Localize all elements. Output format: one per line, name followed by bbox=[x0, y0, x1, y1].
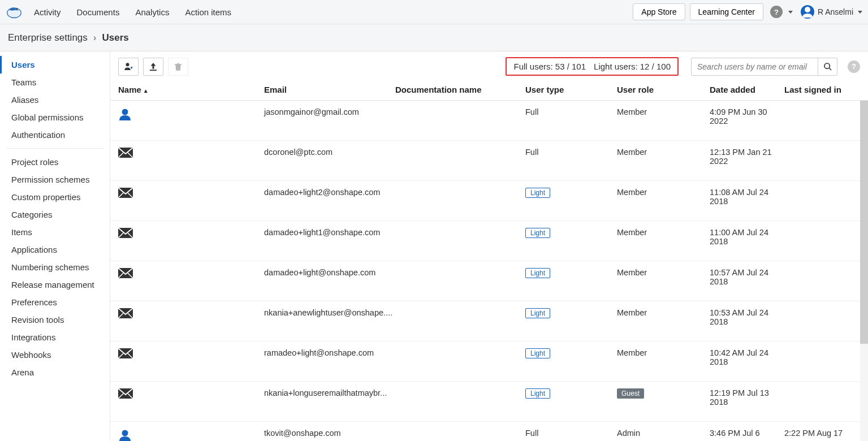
cell-type: Light bbox=[525, 268, 617, 278]
top-actions: App Store Learning Center ? R Anselmi bbox=[633, 3, 862, 20]
avatar-icon bbox=[118, 435, 132, 441]
light-badge: Light bbox=[525, 308, 550, 318]
column-user-role[interactable]: User role bbox=[617, 85, 710, 94]
nav-documents[interactable]: Documents bbox=[77, 7, 120, 17]
app-logo[interactable] bbox=[6, 3, 23, 20]
table-body: jasonmgainor@gmail.comFullMember4:09 PM … bbox=[110, 101, 868, 441]
cell-type: Full bbox=[525, 107, 617, 116]
column-email[interactable]: Email bbox=[264, 85, 395, 94]
cell-added: 11:00 AM Jul 24 2018 bbox=[710, 228, 784, 246]
cell-role: Member bbox=[617, 148, 710, 157]
sidebar-item-arena[interactable]: Arena bbox=[0, 364, 110, 381]
cell-name bbox=[118, 148, 264, 159]
breadcrumb-current: Users bbox=[102, 32, 128, 44]
cell-role: Member bbox=[617, 348, 710, 357]
breadcrumb-parent[interactable]: Enterprise settings bbox=[8, 32, 88, 44]
sidebar-item-revision-tools[interactable]: Revision tools bbox=[0, 311, 110, 328]
sidebar-item-users[interactable]: Users bbox=[0, 56, 110, 74]
column-date-added[interactable]: Date added bbox=[710, 85, 784, 94]
column-name[interactable]: Name▲ bbox=[118, 85, 264, 94]
envelope-icon bbox=[118, 391, 133, 400]
cell-type: Light bbox=[525, 348, 617, 358]
envelope-icon bbox=[118, 271, 133, 280]
help-dropdown-icon[interactable] bbox=[788, 11, 793, 14]
envelope-icon bbox=[118, 231, 133, 240]
nav-analytics[interactable]: Analytics bbox=[135, 7, 169, 17]
scroll-thumb[interactable] bbox=[860, 101, 868, 344]
cell-role: Member bbox=[617, 268, 710, 277]
cell-added: 3:46 PM Jul 6 bbox=[710, 429, 784, 438]
sidebar-item-integrations[interactable]: Integrations bbox=[0, 328, 110, 346]
column-user-type[interactable]: User type bbox=[525, 85, 617, 94]
sidebar-item-items[interactable]: Items bbox=[0, 223, 110, 241]
light-users-count: Light users: 12 / 100 bbox=[594, 62, 671, 71]
table-row[interactable]: damadeo+light1@onshape.comLightMember11:… bbox=[110, 221, 868, 261]
envelope-icon bbox=[118, 191, 133, 200]
search-wrap bbox=[691, 58, 837, 76]
search-input[interactable] bbox=[691, 58, 818, 76]
table-row[interactable]: jasonmgainor@gmail.comFullMember4:09 PM … bbox=[110, 101, 868, 141]
envelope-icon bbox=[118, 150, 133, 159]
cell-email: damadeo+light1@onshape.com bbox=[264, 228, 395, 237]
full-users-count: Full users: 53 / 101 bbox=[513, 62, 586, 71]
table-row[interactable]: damadeo+light@onshape.comLightMember10:5… bbox=[110, 261, 868, 301]
cell-added: 10:53 AM Jul 24 2018 bbox=[710, 308, 784, 326]
table-row[interactable]: nkania+longuseremailthatmaybr...LightGue… bbox=[110, 382, 868, 422]
cell-type: Light bbox=[525, 228, 617, 238]
cell-added: 10:42 AM Jul 24 2018 bbox=[710, 348, 784, 366]
cell-name bbox=[118, 188, 264, 200]
chevron-right-icon: › bbox=[93, 32, 97, 44]
content: Full users: 53 / 101 Light users: 12 / 1… bbox=[110, 51, 868, 441]
light-badge: Light bbox=[525, 268, 550, 278]
toolbar-help-icon[interactable]: ? bbox=[848, 60, 860, 73]
table-row[interactable]: damadeo+light2@onshape.comLightMember11:… bbox=[110, 181, 868, 221]
table-row[interactable]: nkania+anewlightuser@onshape....LightMem… bbox=[110, 301, 868, 341]
cell-added: 12:13 PM Jan 21 2022 bbox=[710, 148, 784, 166]
help-icon[interactable]: ? bbox=[770, 6, 783, 18]
cell-email: damadeo+light@onshape.com bbox=[264, 268, 395, 277]
user-dropdown-icon bbox=[858, 11, 862, 14]
nav-action-items[interactable]: Action items bbox=[185, 7, 231, 17]
cell-type: Full bbox=[525, 429, 617, 438]
column-last-signed-in[interactable]: Last signed in bbox=[784, 85, 860, 94]
sidebar-item-authentication[interactable]: Authentication bbox=[0, 126, 110, 144]
sidebar-item-teams[interactable]: Teams bbox=[0, 74, 110, 91]
sidebar-item-release-management[interactable]: Release management bbox=[0, 276, 110, 293]
sidebar-item-permission-schemes[interactable]: Permission schemes bbox=[0, 171, 110, 188]
user-avatar-icon bbox=[801, 5, 814, 19]
app-store-button[interactable]: App Store bbox=[633, 3, 685, 20]
sidebar-item-webhooks[interactable]: Webhooks bbox=[0, 346, 110, 364]
light-badge: Light bbox=[525, 188, 550, 198]
cell-name bbox=[118, 107, 264, 123]
sidebar-item-custom-properties[interactable]: Custom properties bbox=[0, 188, 110, 206]
scrollbar[interactable] bbox=[860, 101, 868, 441]
nav-activity[interactable]: Activity bbox=[34, 7, 61, 17]
svg-rect-4 bbox=[150, 70, 157, 71]
cell-signed: 2:22 PM Aug 17 bbox=[784, 429, 860, 438]
topbar: Activity Documents Analytics Action item… bbox=[0, 0, 868, 24]
sidebar-item-categories[interactable]: Categories bbox=[0, 206, 110, 223]
add-user-button[interactable] bbox=[118, 58, 139, 76]
table-row[interactable]: tkovit@onshape.comFullAdmin3:46 PM Jul 6… bbox=[110, 422, 868, 441]
sidebar-item-aliases[interactable]: Aliases bbox=[0, 91, 110, 109]
cell-added: 12:19 PM Jul 13 2018 bbox=[710, 388, 784, 407]
sidebar-item-applications[interactable]: Applications bbox=[0, 241, 110, 258]
cell-role: Member bbox=[617, 308, 710, 317]
sidebar-item-numbering-schemes[interactable]: Numbering schemes bbox=[0, 258, 110, 276]
search-button[interactable] bbox=[818, 58, 837, 76]
light-badge: Light bbox=[525, 348, 550, 358]
svg-point-5 bbox=[824, 63, 830, 68]
table-row[interactable]: dcoronel@ptc.comFullMember12:13 PM Jan 2… bbox=[110, 141, 868, 181]
cell-name bbox=[118, 429, 264, 441]
table-row[interactable]: ramadeo+light@onshape.comLightMember10:4… bbox=[110, 341, 868, 382]
column-documentation-name[interactable]: Documentation name bbox=[395, 85, 525, 94]
sidebar: UsersTeamsAliasesGlobal permissionsAuthe… bbox=[0, 51, 110, 441]
user-menu[interactable]: R Anselmi bbox=[801, 5, 862, 19]
svg-point-15 bbox=[122, 430, 128, 436]
sidebar-item-global-permissions[interactable]: Global permissions bbox=[0, 109, 110, 126]
svg-point-2 bbox=[805, 7, 810, 12]
learning-center-button[interactable]: Learning Center bbox=[690, 3, 763, 20]
upload-button[interactable] bbox=[143, 58, 163, 76]
sidebar-item-project-roles[interactable]: Project roles bbox=[0, 153, 110, 171]
sidebar-item-preferences[interactable]: Preferences bbox=[0, 293, 110, 311]
